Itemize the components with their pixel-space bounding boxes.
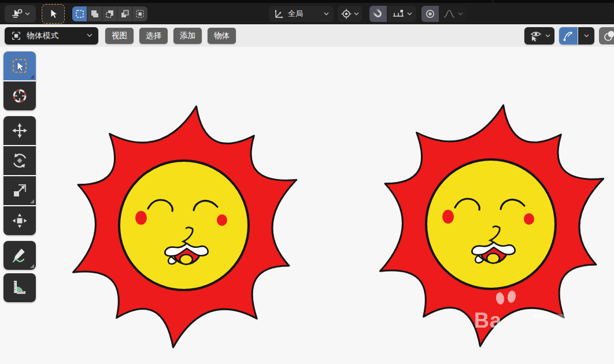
select-mode-group — [72, 6, 147, 21]
gizmos-dropdown[interactable] — [578, 27, 594, 44]
move-icon — [11, 122, 28, 139]
tool-group-transform — [3, 116, 36, 235]
sun-object-right[interactable] — [380, 105, 604, 346]
show-gizmos-toggle-button[interactable] — [559, 27, 578, 44]
select-mode-intersect-button[interactable] — [132, 6, 147, 21]
menu-view[interactable]: 视图 — [105, 28, 134, 44]
tool-scale[interactable] — [3, 176, 36, 205]
cursor-arrow-icon — [48, 8, 58, 20]
tool-group-measure — [3, 273, 36, 302]
tool-move[interactable] — [3, 116, 36, 145]
snap-settings-dropdown[interactable] — [387, 6, 416, 22]
eye-pointer-icon — [529, 29, 543, 42]
orientation-label: 全局 — [288, 9, 320, 19]
select-mode-invert-button[interactable] — [117, 6, 132, 21]
tool-group-annotate — [3, 241, 36, 270]
annotate-pencil-icon — [10, 246, 29, 265]
proportional-edit-toggle-button[interactable] — [421, 6, 439, 22]
active-tool-dropdown[interactable] — [5, 5, 36, 23]
active-tool-select-box-button[interactable] — [42, 4, 65, 24]
chevron-down-icon — [584, 34, 589, 38]
select-mode-extend-button[interactable] — [87, 6, 102, 21]
tweak-tool-icon — [11, 9, 24, 19]
rotate-icon — [11, 152, 28, 169]
scale-icon — [11, 182, 28, 199]
axes-icon — [273, 9, 284, 19]
transform-orientation-dropdown[interactable]: 全局 — [269, 6, 334, 22]
overlays-icon — [602, 29, 614, 43]
menu-object[interactable]: 物体 — [208, 28, 236, 44]
gizmo-group — [559, 27, 594, 44]
menu-add[interactable]: 添加 — [173, 28, 202, 44]
viewport-3d[interactable]: Ba — [0, 47, 614, 364]
chevron-down-icon — [354, 12, 359, 16]
show-overlays-toggle-button[interactable] — [599, 27, 614, 44]
transform-icon — [11, 212, 28, 229]
tool-measure[interactable] — [3, 273, 36, 302]
measure-icon — [10, 278, 29, 297]
select-mode-set-button[interactable] — [72, 6, 87, 21]
proportional-falloff-dropdown[interactable] — [439, 6, 466, 22]
object-mode-icon — [10, 30, 22, 42]
tool-transform[interactable] — [3, 206, 36, 235]
cursor-3d-icon — [10, 87, 29, 105]
proportional-circle-icon — [424, 8, 436, 20]
blender-window: 全局 — [0, 0, 614, 364]
tool-3d-cursor[interactable] — [3, 81, 36, 110]
select-mode-subtract-button[interactable] — [102, 6, 117, 21]
chevron-down-icon — [545, 34, 550, 38]
viewport-header: 物体模式 视图 选择 添加 物体 — [0, 24, 614, 47]
tool-annotate[interactable] — [3, 241, 36, 270]
sun-object-left[interactable] — [73, 106, 297, 347]
viewport-header-right — [524, 27, 614, 44]
pivot-point-dropdown[interactable] — [338, 6, 362, 22]
chevron-down-icon — [324, 12, 329, 16]
tool-settings-bar: 全局 — [0, 3, 614, 24]
pivot-point-icon — [341, 8, 352, 20]
tool-rotate[interactable] — [3, 146, 36, 175]
snap-group — [369, 6, 416, 22]
scene-canvas — [0, 47, 614, 364]
falloff-curve-icon — [443, 9, 456, 19]
chevron-down-icon — [25, 12, 30, 16]
chevron-down-icon — [458, 12, 463, 16]
gizmo-icon — [562, 29, 575, 42]
chevron-down-icon — [407, 12, 412, 16]
tool-select-box[interactable] — [3, 51, 36, 80]
interaction-mode-dropdown[interactable]: 物体模式 — [5, 27, 98, 44]
object-visibility-dropdown[interactable] — [524, 27, 554, 44]
magnet-icon — [372, 8, 384, 20]
tool-group-select — [3, 51, 36, 110]
mode-label: 物体模式 — [27, 31, 82, 41]
toolshelf — [3, 51, 36, 308]
snap-toggle-button[interactable] — [369, 6, 387, 22]
chevron-down-icon — [87, 34, 93, 38]
proportional-edit-group — [421, 6, 466, 22]
snap-increment-icon — [392, 9, 405, 19]
menu-select[interactable]: 选择 — [139, 28, 168, 44]
select-box-icon — [11, 57, 28, 75]
